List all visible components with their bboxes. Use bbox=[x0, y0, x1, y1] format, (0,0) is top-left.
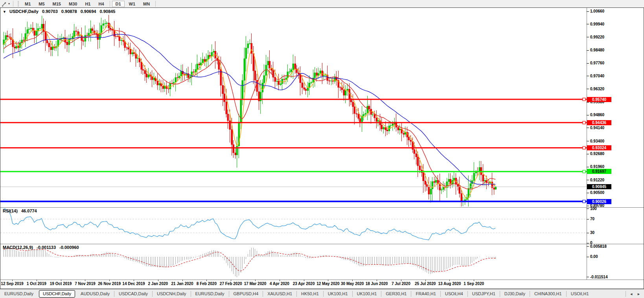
candle bbox=[43, 24, 44, 31]
candle bbox=[85, 35, 86, 41]
price-level-tag: 0.94436 bbox=[587, 120, 611, 125]
candle bbox=[144, 70, 146, 73]
candle bbox=[72, 37, 74, 38]
chart-tab-usdchf-daily[interactable]: USDCHF,Daily bbox=[39, 290, 75, 298]
candle bbox=[148, 75, 149, 77]
chart-tab-usdjpy-h1[interactable]: USDJPY,H1 bbox=[467, 291, 500, 297]
chart-tab-xauusd-h1[interactable]: XAUUSD,H1 bbox=[263, 291, 296, 297]
candle bbox=[92, 29, 93, 31]
candle bbox=[41, 24, 43, 28]
chart-tab-uk100-h1[interactable]: UK100,H1 bbox=[352, 291, 381, 297]
candle bbox=[495, 187, 497, 189]
candle bbox=[5, 35, 7, 40]
chart-tab-ger30-h1[interactable]: GER30,H1 bbox=[381, 291, 411, 297]
candle bbox=[103, 24, 104, 25]
candle bbox=[213, 51, 215, 52]
tab-scroll-right-icon[interactable]: ► bbox=[635, 292, 642, 296]
chart-tab-eurusd-daily[interactable]: EURUSD,Daily bbox=[0, 291, 38, 297]
candle bbox=[16, 46, 17, 48]
macd-main-value: -0.001133 bbox=[37, 245, 56, 250]
ma-slow bbox=[4, 34, 495, 185]
rsi-line bbox=[4, 209, 495, 240]
candle bbox=[132, 53, 133, 54]
candle bbox=[218, 60, 220, 69]
candle bbox=[14, 47, 16, 48]
chart-tab-usoil-h1[interactable]: USOil,H1 bbox=[566, 291, 593, 297]
timeframe-button-m5[interactable]: M5 bbox=[35, 1, 48, 7]
candle bbox=[39, 28, 41, 29]
chart-tab-china300-h1[interactable]: CHINA300,H1 bbox=[530, 291, 566, 297]
timeframe-button-mn[interactable]: MN bbox=[140, 1, 153, 7]
candle bbox=[164, 86, 166, 89]
candle bbox=[153, 78, 155, 80]
candle bbox=[48, 43, 50, 47]
timeframe-button-m1[interactable]: M1 bbox=[21, 1, 34, 7]
candle bbox=[461, 194, 462, 202]
candle bbox=[304, 88, 305, 89]
symbol-title[interactable]: ▼ USDCHF,Daily 0.90703 0.90878 0.90694 0… bbox=[3, 9, 115, 14]
line-studies-icon bbox=[2, 1, 7, 7]
candle bbox=[146, 74, 147, 77]
expander-icon[interactable]: ▼ bbox=[3, 10, 6, 14]
chart-tab-dj30-daily[interactable]: DJ30,Daily bbox=[500, 291, 530, 297]
rsi-pane-label: RSI(14) 46.0774 bbox=[3, 208, 37, 213]
tab-scroll-left-icon[interactable]: ◄ bbox=[627, 292, 635, 296]
current-price-tag: 0.90845 bbox=[587, 184, 611, 189]
toolbar-separator bbox=[13, 1, 13, 7]
candle bbox=[169, 83, 171, 89]
candlesticks bbox=[3, 15, 497, 207]
chart-tab-eurusd-daily[interactable]: EURUSD,Daily bbox=[191, 291, 229, 297]
candle bbox=[249, 43, 251, 44]
candle bbox=[88, 33, 90, 35]
level-handle bbox=[583, 98, 585, 101]
candle bbox=[352, 102, 354, 107]
candle bbox=[311, 82, 312, 83]
timeframe-button-h4[interactable]: H4 bbox=[95, 1, 107, 7]
candle bbox=[410, 140, 412, 141]
timeframe-button-d1[interactable]: D1 bbox=[112, 1, 125, 7]
candle bbox=[419, 166, 421, 170]
candle bbox=[359, 119, 361, 122]
candle bbox=[245, 48, 247, 59]
price-level-tag: 0.90026 bbox=[587, 199, 611, 204]
candle bbox=[372, 115, 374, 115]
chart-tab-gbpusd-h4[interactable]: GBPUSD,H4 bbox=[229, 291, 263, 297]
chart-tab-hk50-h1[interactable]: HK50,H1 bbox=[296, 291, 323, 297]
candle bbox=[263, 75, 265, 83]
line-studies-tool-button[interactable]: ▾ bbox=[0, 1, 11, 7]
toolbar-grip[interactable] bbox=[18, 1, 19, 6]
candle bbox=[434, 181, 435, 183]
candle bbox=[130, 49, 131, 54]
candle bbox=[222, 85, 224, 93]
chart-tab-fra40-h1[interactable]: FRA40,H1 bbox=[411, 291, 440, 297]
candle bbox=[162, 86, 164, 89]
candle bbox=[173, 82, 175, 83]
timeframe-button-m30[interactable]: M30 bbox=[65, 1, 81, 7]
level-handle bbox=[583, 121, 585, 124]
chart-canvas[interactable] bbox=[0, 8, 644, 289]
candle bbox=[46, 40, 48, 43]
chart-tab-uk100-h1[interactable]: UK100,H1 bbox=[323, 291, 352, 297]
candle bbox=[128, 48, 129, 49]
timeframe-button-h1[interactable]: H1 bbox=[81, 1, 94, 7]
timeframe-button-m15[interactable]: M15 bbox=[49, 1, 64, 7]
candle bbox=[302, 83, 303, 88]
candle bbox=[448, 179, 450, 181]
timeframe-button-w1[interactable]: W1 bbox=[125, 1, 139, 7]
macd-signal-value: -0.000960 bbox=[59, 245, 79, 250]
chart-tab-audusd-daily[interactable]: AUDUSD,Daily bbox=[76, 291, 114, 297]
chart-tab-usoil-h4[interactable]: USOil,H4 bbox=[440, 291, 467, 297]
level-handle bbox=[583, 170, 585, 173]
candle bbox=[354, 107, 355, 113]
candle bbox=[101, 26, 102, 33]
candle bbox=[199, 64, 200, 65]
candle bbox=[334, 77, 336, 81]
candle bbox=[193, 72, 195, 73]
candle bbox=[289, 72, 291, 72]
date-label: 17 Mar 2020 bbox=[244, 282, 267, 286]
chart-tab-usdcad-daily[interactable]: USDCAD,Daily bbox=[114, 291, 152, 297]
candle bbox=[428, 187, 430, 194]
candle bbox=[291, 69, 292, 72]
price-tick-label: 0.99220 bbox=[590, 35, 604, 40]
chart-tab-usdcnh-daily[interactable]: USDCNH,Daily bbox=[152, 291, 191, 297]
